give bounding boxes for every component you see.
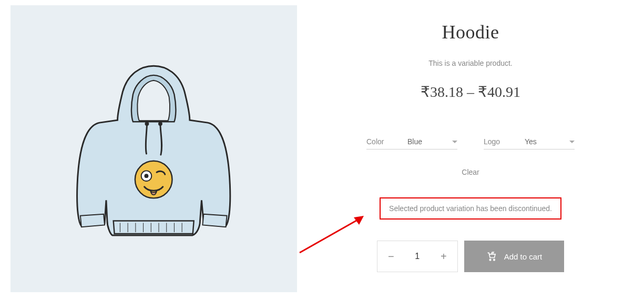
chevron-down-icon (452, 141, 457, 143)
quantity-value[interactable]: 1 (405, 252, 430, 261)
variations: Color Blue Logo Yes (366, 137, 575, 150)
add-to-cart-label: Add to cart (504, 252, 543, 261)
variation-logo-label: Logo (484, 137, 504, 146)
variation-logo-select[interactable]: Yes (525, 137, 575, 146)
product-description: This is a variable product. (428, 59, 513, 67)
quantity-increment[interactable]: + (430, 241, 457, 272)
variation-logo-value: Yes (525, 137, 543, 146)
variation-color-value: Blue (407, 137, 426, 146)
svg-point-14 (489, 259, 491, 261)
quantity-decrement[interactable]: − (377, 241, 405, 272)
product-price: ₹38.18 – ₹40.91 (421, 83, 520, 101)
variation-color: Color Blue (366, 137, 457, 150)
variation-logo: Logo Yes (484, 137, 575, 150)
svg-point-13 (145, 174, 149, 178)
hoodie-illustration (50, 45, 257, 252)
variation-color-select[interactable]: Blue (407, 137, 457, 146)
add-to-cart-button[interactable]: Add to cart (464, 241, 565, 272)
svg-point-15 (493, 259, 495, 261)
cart-icon (486, 251, 497, 262)
product-details: Hoodie This is a variable product. ₹38.1… (297, 5, 633, 294)
product-image (11, 5, 297, 292)
variation-color-label: Color (366, 137, 386, 146)
quantity-stepper: − 1 + (377, 241, 458, 272)
discontinued-notice: Selected product variation has been disc… (380, 197, 561, 220)
clear-variations-link[interactable]: Clear (462, 168, 479, 176)
chevron-down-icon (569, 141, 575, 143)
product-actions: − 1 + Add to cart (377, 241, 565, 272)
discontinued-notice-text: Selected product variation has been disc… (389, 204, 552, 213)
product-title: Hoodie (442, 21, 499, 43)
